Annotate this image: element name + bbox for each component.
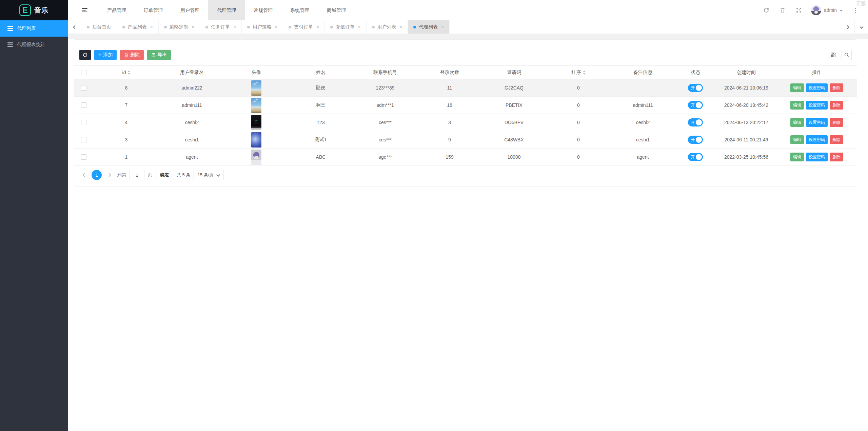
tab-home[interactable]: 后台首页 (81, 20, 117, 34)
open-tabs: 后台首页 产品列表 × 策略定制 × 任务订单 × (81, 20, 841, 34)
export-button[interactable]: 导出 (147, 50, 171, 60)
status-toggle[interactable]: 开 (688, 118, 703, 126)
delete-row-button[interactable]: 删除 (830, 118, 843, 127)
row-checkbox[interactable] (81, 137, 86, 142)
per-page-select[interactable]: 15 条/页 (194, 170, 223, 180)
goto-label: 到第 (117, 172, 126, 178)
select-all-checkbox[interactable] (81, 70, 86, 75)
tab-task-orders[interactable]: 任务订单 × (200, 20, 242, 34)
tab-dot-icon (87, 26, 90, 28)
menu-item-mall[interactable]: 商城管理 (318, 0, 355, 20)
goto-page-input[interactable] (130, 170, 144, 180)
edit-button[interactable]: 编辑 (790, 83, 804, 92)
row-checkbox[interactable] (81, 102, 86, 108)
menu-item-general[interactable]: 常规管理 (245, 0, 281, 20)
logo-icon: E (19, 4, 31, 16)
menu-item-system[interactable]: 系统管理 (281, 0, 318, 20)
status-toggle[interactable]: 开 (688, 136, 703, 144)
top-menu: 产品管理 订单管理 用户管理 代理管理 常规管理 系统管理 商城管理 (98, 0, 355, 20)
delete-button[interactable]: 删除 (120, 50, 144, 60)
close-icon[interactable]: × (150, 24, 153, 30)
close-icon[interactable]: × (400, 24, 402, 30)
tabs-scroll-left-icon[interactable] (68, 20, 81, 34)
table-row: 8 admin222 随便 123***89 11 GJ2CAQ 0 开 202… (74, 79, 857, 97)
fullscreen-icon[interactable] (791, 0, 807, 20)
columns-toggle-icon[interactable] (828, 50, 838, 60)
prev-page-icon[interactable] (79, 170, 88, 180)
menu-item-products[interactable]: 产品管理 (98, 0, 135, 20)
tab-agent-list[interactable]: 代理列表 × (408, 20, 450, 34)
set-password-button[interactable]: 设置密码 (806, 135, 828, 144)
username-label: admin (824, 7, 837, 13)
file-icon (151, 53, 156, 57)
tab-pay-orders[interactable]: 支付订单 × (283, 20, 325, 34)
close-icon[interactable]: × (358, 24, 361, 30)
status-toggle[interactable]: 开 (688, 84, 703, 92)
row-avatar (251, 132, 261, 148)
set-password-button[interactable]: 设置密码 (806, 153, 828, 161)
delete-row-button[interactable]: 删除 (830, 153, 843, 161)
collapse-sidebar-icon[interactable] (78, 0, 92, 20)
sort-id-icon[interactable] (127, 71, 130, 75)
tab-dot-icon (330, 26, 333, 28)
page-content: + 添加 删除 导出 (68, 39, 868, 187)
sort-order-icon[interactable] (583, 71, 586, 75)
user-menu[interactable]: admin (807, 0, 847, 20)
row-checkbox[interactable] (81, 120, 86, 125)
row-avatar (251, 115, 261, 130)
edit-button[interactable]: 编辑 (790, 135, 804, 144)
tab-user-list[interactable]: 用户列表 × (367, 20, 408, 34)
reload-table-button[interactable] (79, 50, 91, 60)
clear-cache-trash-icon[interactable] (774, 0, 791, 20)
row-checkbox[interactable] (81, 85, 86, 91)
license-watermark: 正版 (856, 1, 866, 7)
refresh-icon[interactable] (758, 0, 774, 20)
close-icon[interactable]: × (275, 24, 278, 30)
tab-dot-icon (413, 26, 416, 28)
edit-button[interactable]: 编辑 (790, 153, 804, 161)
search-icon[interactable] (842, 50, 852, 60)
tabs-scroll-right-icon[interactable] (841, 20, 854, 34)
tabs-menu-icon[interactable] (854, 20, 868, 34)
add-button[interactable]: + 添加 (94, 50, 117, 60)
close-icon[interactable]: × (192, 24, 195, 30)
menu-item-orders[interactable]: 订单管理 (135, 0, 172, 20)
trash-icon (124, 53, 129, 57)
tab-recharge-orders[interactable]: 充值订单 × (325, 20, 367, 34)
confirm-page-button[interactable]: 确定 (156, 170, 173, 180)
close-icon[interactable]: × (316, 24, 319, 30)
close-icon[interactable]: × (441, 24, 444, 30)
pagination: 1 到第 页 确定 共 5 条 15 条/页 (74, 166, 857, 186)
table-toolbar: + 添加 删除 导出 (74, 40, 857, 65)
delete-row-button[interactable]: 删除 (830, 135, 843, 144)
sidebar-item-agent-list[interactable]: 代理列表 (0, 20, 68, 37)
status-toggle[interactable]: 开 (688, 153, 703, 161)
user-avatar (811, 5, 821, 15)
next-page-icon[interactable] (105, 170, 114, 180)
tab-user-strategy[interactable]: 用户策略 × (242, 20, 283, 34)
close-icon[interactable]: × (233, 24, 236, 30)
set-password-button[interactable]: 设置密码 (806, 101, 828, 110)
set-password-button[interactable]: 设置密码 (806, 83, 828, 92)
row-avatar (251, 80, 261, 96)
edit-button[interactable]: 编辑 (790, 101, 804, 110)
delete-row-button[interactable]: 删除 (830, 83, 843, 92)
row-checkbox[interactable] (81, 154, 86, 160)
set-password-button[interactable]: 设置密码 (806, 118, 828, 127)
main-area: 后台首页 产品列表 × 策略定制 × 任务订单 × (68, 20, 868, 431)
tab-strategy-custom[interactable]: 策略定制 × (159, 20, 200, 34)
tab-product-list[interactable]: 产品列表 × (117, 20, 159, 34)
sidebar-item-label: 代理报表统计 (17, 42, 45, 48)
header-actions: admin (758, 0, 863, 20)
row-avatar (251, 150, 261, 165)
edit-button[interactable]: 编辑 (790, 118, 804, 127)
delete-row-button[interactable]: 删除 (830, 101, 843, 110)
table-row: 7 admin111 啊三 adm***1 16 PBETIX 0 admin1… (74, 97, 857, 114)
table-row: 3 ceshi1 测试1 ces*** 9 C48WBX 0 ceshi1 开 … (74, 131, 857, 149)
sidebar-item-agent-report[interactable]: 代理报表统计 (0, 37, 68, 53)
menu-item-agents[interactable]: 代理管理 (208, 0, 245, 20)
top-header: E 音乐 产品管理 订单管理 用户管理 代理管理 常规管理 系统管理 商城管理 (0, 0, 868, 20)
menu-item-users[interactable]: 用户管理 (172, 0, 208, 20)
page-1-button[interactable]: 1 (92, 170, 102, 180)
status-toggle[interactable]: 开 (688, 101, 703, 109)
